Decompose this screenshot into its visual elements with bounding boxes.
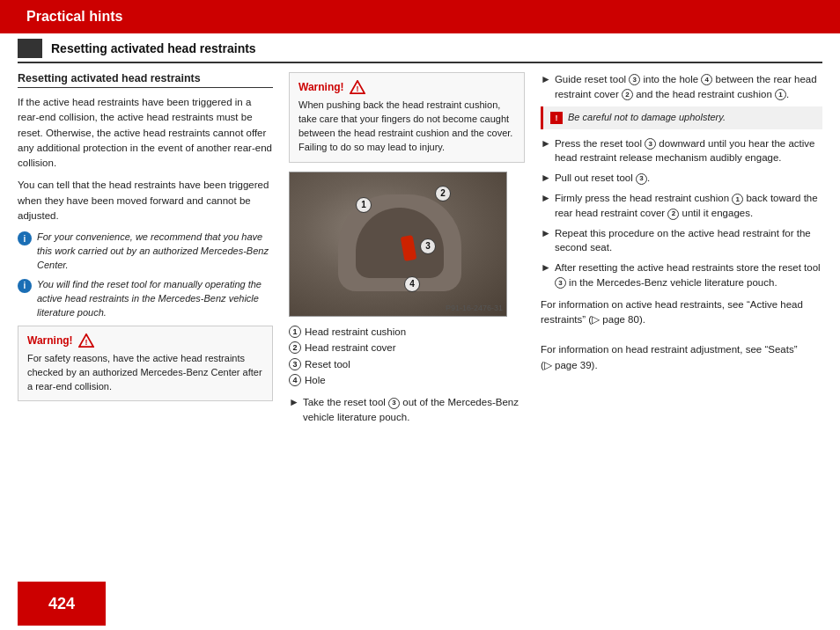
main-content: Resetting activated head restraints If t… bbox=[0, 63, 840, 557]
legend-label-4: Hole bbox=[305, 372, 326, 388]
arrow-sym-6: ► bbox=[541, 226, 551, 255]
page-footer: 424 bbox=[0, 577, 840, 630]
mid-warning-title: Warning! bbox=[298, 81, 344, 93]
info-icon-1: i bbox=[18, 231, 32, 245]
mid-warning-triangle-icon: ! bbox=[350, 80, 365, 94]
caution-text: Be careful not to damage upholstery. bbox=[568, 111, 726, 124]
legend-label-1: Head restraint cushion bbox=[305, 324, 406, 340]
subsection-title: Resetting activated head restraints bbox=[18, 72, 273, 88]
left-warning-box: Warning! ! For safety reasons, have the … bbox=[18, 326, 273, 402]
step-7-text: After resetting the active head restrain… bbox=[555, 260, 822, 289]
arrow-sym-1: ► bbox=[289, 395, 299, 424]
step-5-text: Firmly press the head restraint cushion … bbox=[555, 191, 822, 220]
info-box-2: i You will find the reset tool for manua… bbox=[18, 278, 273, 320]
mid-warning-text: When pushing back the head restraint cus… bbox=[298, 99, 515, 155]
step-2-text: Guide reset tool 3 into the hole 4 betwe… bbox=[555, 72, 822, 101]
arrow-sym-7: ► bbox=[541, 260, 551, 289]
arrow-sym-2: ► bbox=[541, 72, 551, 101]
info-text-2: You will find the reset tool for manuall… bbox=[37, 278, 273, 320]
step-1: ► Take the reset tool 3 out of the Merce… bbox=[289, 395, 525, 424]
left-warning-title: Warning! bbox=[27, 334, 73, 347]
image-background: 1 2 3 4 bbox=[290, 172, 506, 316]
step-3-text: Press the reset tool 3 downward until yo… bbox=[555, 136, 822, 165]
top-header: Practical hints bbox=[0, 0, 840, 33]
section-bar: Resetting activated head restraints bbox=[18, 33, 822, 63]
img-label-2: 2 bbox=[435, 186, 451, 201]
legend-item-1: 1 Head restraint cushion bbox=[289, 324, 525, 340]
info-footer-1: For information on active head restraint… bbox=[541, 297, 822, 328]
arrow-sym-3: ► bbox=[541, 136, 551, 165]
step-5: ► Firmly press the head restraint cushio… bbox=[541, 191, 822, 220]
section-bar-marker bbox=[18, 39, 42, 58]
step-6-text: Repeat this procedure on the active head… bbox=[555, 226, 822, 255]
left-column: Resetting activated head restraints If t… bbox=[18, 72, 273, 548]
step-3: ► Press the reset tool 3 downward until … bbox=[541, 136, 822, 165]
head-restraint-image: 1 2 3 4 P91-16-2476-31 bbox=[289, 172, 507, 317]
image-credit: P91-16-2476-31 bbox=[446, 304, 503, 312]
step-6: ► Repeat this procedure on the active he… bbox=[541, 226, 822, 255]
section-bar-title: Resetting activated head restraints bbox=[51, 41, 256, 55]
arrow-sym-4: ► bbox=[541, 171, 551, 186]
middle-column: Warning! ! When pushing back the head re… bbox=[289, 72, 525, 548]
svg-text:!: ! bbox=[356, 84, 358, 93]
body-text-2: You can tell that the head restraints ha… bbox=[18, 178, 273, 223]
step-4-text: Pull out reset tool 3. bbox=[555, 171, 650, 186]
legend-label-3: Reset tool bbox=[305, 356, 350, 372]
mid-warning-header: Warning! ! bbox=[298, 80, 515, 94]
legend-num-4: 4 bbox=[289, 374, 301, 386]
img-label-1: 1 bbox=[356, 197, 372, 213]
step-2: ► Guide reset tool 3 into the hole 4 bet… bbox=[541, 72, 822, 101]
step-4: ► Pull out reset tool 3. bbox=[541, 171, 822, 186]
legend-num-1: 1 bbox=[289, 326, 301, 338]
header-title: Practical hints bbox=[26, 9, 122, 25]
svg-text:!: ! bbox=[85, 338, 87, 347]
step-7: ► After resetting the active head restra… bbox=[541, 260, 822, 289]
legend-list: 1 Head restraint cushion 2 Head restrain… bbox=[289, 324, 525, 389]
body-text-1: If the active head restraints have been … bbox=[18, 95, 273, 171]
mid-warning-box: Warning! ! When pushing back the head re… bbox=[289, 72, 525, 163]
left-warning-text: For safety reasons, have the active head… bbox=[27, 352, 263, 394]
left-warning-header: Warning! ! bbox=[27, 333, 263, 348]
caution-icon: ! bbox=[550, 112, 563, 124]
legend-item-4: 4 Hole bbox=[289, 372, 525, 388]
info-footer: For information on active head restraint… bbox=[541, 297, 822, 373]
warning-triangle-icon: ! bbox=[78, 333, 94, 348]
legend-item-3: 3 Reset tool bbox=[289, 356, 525, 372]
legend-label-2: Head restraint cover bbox=[305, 340, 396, 355]
arrow-sym-5: ► bbox=[541, 191, 551, 220]
info-footer-2: For information on head restraint adjust… bbox=[541, 342, 822, 373]
right-column: ► Guide reset tool 3 into the hole 4 bet… bbox=[541, 72, 822, 548]
step-1-text: Take the reset tool 3 out of the Mercede… bbox=[303, 395, 525, 424]
img-label-3: 3 bbox=[420, 238, 436, 254]
page-number: 424 bbox=[18, 582, 106, 626]
info-icon-2: i bbox=[18, 279, 32, 293]
info-box-1: i For your convenience, we recommend tha… bbox=[18, 231, 273, 273]
legend-item-2: 2 Head restraint cover bbox=[289, 340, 525, 355]
img-label-4: 4 bbox=[404, 276, 420, 292]
info-text-1: For your convenience, we recommend that … bbox=[37, 231, 273, 273]
legend-num-2: 2 bbox=[289, 341, 301, 354]
legend-num-3: 3 bbox=[289, 358, 301, 370]
caution-box: ! Be careful not to damage upholstery. bbox=[541, 106, 822, 128]
